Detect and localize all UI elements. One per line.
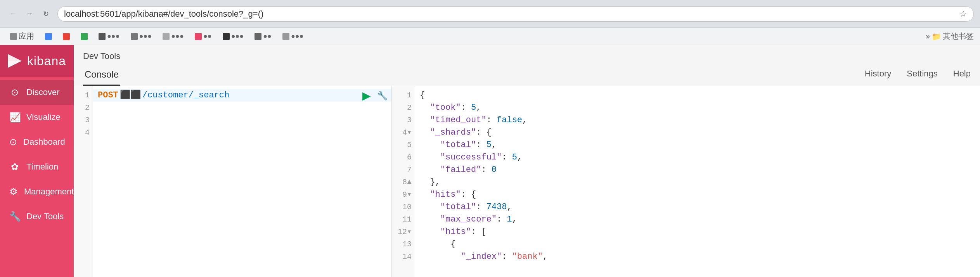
bookmark-10[interactable]: ●●● (279, 31, 308, 42)
sidebar-item-management-label: Management (24, 187, 74, 197)
devtools-icon: 🔧 (9, 211, 20, 222)
sidebar-item-discover[interactable]: ⊙ Discover (0, 80, 74, 105)
sidebar-item-devtools[interactable]: 🔧 Dev Tools (0, 204, 74, 229)
resp-line-num-2: 2 (392, 102, 415, 114)
devtools-tabs: Console History Settings Help (83, 64, 971, 86)
address-text: localhost:5601/app/kibana#/dev_tools/con… (64, 9, 956, 19)
devtools-title: Dev Tools (83, 51, 971, 61)
resp-line-6: "successful": 5, (415, 151, 980, 164)
bookmark-2[interactable] (59, 31, 74, 42)
sidebar-item-dashboard-label: Dashboard (23, 137, 65, 147)
app-layout: kibana ⊙ Discover 📈 Visualize ⊙ Dashboar… (0, 45, 980, 277)
sidebar-item-management[interactable]: ⚙ Management (0, 179, 74, 204)
resp-line-14: "_index": "bank", (415, 251, 980, 263)
resp-line-num-1: 1 (392, 89, 415, 102)
bookmark-4[interactable]: ●●● (95, 31, 124, 42)
sidebar-item-timelion[interactable]: ✿ Timelion (0, 154, 74, 179)
resp-line-12: "hits": [ (415, 226, 980, 238)
help-button[interactable]: Help (953, 69, 971, 79)
resp-line-9: "hits": { (415, 189, 980, 201)
sidebar-item-devtools-label: Dev Tools (26, 211, 64, 222)
settings-button[interactable]: Settings (907, 69, 938, 79)
bookmark-5[interactable]: ●●● (127, 31, 156, 42)
editor-line-4 (93, 126, 391, 139)
sidebar-item-discover-label: Discover (26, 87, 60, 97)
resp-line-num-6: 6 (392, 151, 415, 164)
overflow-icon: » (926, 32, 930, 41)
svg-marker-1 (8, 61, 22, 68)
visualize-icon: 📈 (9, 112, 20, 123)
main-content: Dev Tools Console History Settings Help … (74, 45, 980, 277)
discover-icon: ⊙ (9, 87, 20, 98)
request-url: /customer/_search (142, 88, 229, 102)
resp-line-1: { (415, 89, 980, 102)
editor-panel: 1 2 3 4 POST ⬛⬛ /customer/_search ▶ 🔧 (74, 86, 392, 277)
management-icon: ⚙ (9, 186, 18, 197)
resp-line-4: "_shards": { (415, 126, 980, 139)
bookmark-9[interactable]: ●● (251, 31, 275, 42)
apps-favicon (10, 33, 17, 40)
resp-line-num-10: 10 (392, 201, 415, 213)
bookmark-3[interactable] (77, 31, 92, 42)
editor-line-3 (93, 114, 391, 126)
http-method: POST (98, 88, 118, 102)
editor-line-1: POST ⬛⬛ /customer/_search ▶ 🔧 (93, 89, 391, 102)
response-panel: 1 2 3 4▾ 5 6 7 8▲ 9▾ 10 11 12▾ 13 14 { (392, 86, 980, 277)
history-button[interactable]: History (865, 69, 891, 79)
line-num-3: 3 (74, 114, 93, 126)
dashboard-icon: ⊙ (9, 137, 17, 147)
refresh-button[interactable]: ↻ (39, 7, 53, 21)
forward-button[interactable]: → (23, 7, 36, 21)
response-lines: { "took": 5, "timed_out": false, "_shard… (415, 86, 980, 277)
folder-icon: 📁 (932, 32, 941, 41)
sidebar-item-visualize-label: Visualize (26, 112, 61, 122)
response-line-numbers: 1 2 3 4▾ 5 6 7 8▲ 9▾ 10 11 12▾ 13 14 (392, 86, 415, 277)
sidebar-nav: ⊙ Discover 📈 Visualize ⊙ Dashboard ✿ Tim… (0, 77, 74, 277)
kibana-logo-icon (8, 52, 22, 70)
resp-line-num-8: 8▲ (392, 176, 415, 189)
resp-line-num-7: 7 (392, 164, 415, 176)
resp-line-num-9: 9▾ (392, 189, 415, 201)
url-separator: ⬛⬛ (120, 88, 141, 102)
editor-line-numbers: 1 2 3 4 (74, 86, 93, 277)
bookmark-8[interactable]: ●●● (219, 31, 248, 42)
run-button[interactable]: ▶ (362, 89, 371, 102)
bookmark-7[interactable]: ●● (191, 31, 216, 42)
bookmark-1[interactable] (41, 31, 56, 42)
resp-line-13: { (415, 238, 980, 251)
bookmark-apps[interactable]: 应用 (6, 29, 38, 43)
resp-line-num-4: 4▾ (392, 126, 415, 139)
kibana-wordmark: kibana (27, 54, 66, 68)
sidebar-item-dashboard[interactable]: ⊙ Dashboard (0, 130, 74, 154)
editor-line-2 (93, 102, 391, 114)
bookmark-6[interactable]: ●●● (159, 31, 188, 42)
sidebar-item-visualize[interactable]: 📈 Visualize (0, 105, 74, 130)
resp-line-num-5: 5 (392, 139, 415, 151)
resp-line-num-12: 12▾ (392, 226, 415, 238)
resp-line-11: "max_score": 1, (415, 213, 980, 226)
apps-label: 应用 (19, 31, 34, 42)
bookmarks-bar: 应用 ●●● ●●● ●●● ●● ●●● ●● ●●● » 📁 其他书签 (0, 28, 980, 45)
resp-line-2: "took": 5, (415, 102, 980, 114)
tab-console-label: Console (85, 69, 119, 80)
console-split: 1 2 3 4 POST ⬛⬛ /customer/_search ▶ 🔧 (74, 86, 980, 277)
tab-console[interactable]: Console (83, 64, 120, 86)
bookmarks-overflow[interactable]: » 📁 其他书签 (926, 31, 974, 42)
editor-content[interactable]: 1 2 3 4 POST ⬛⬛ /customer/_search ▶ 🔧 (74, 86, 391, 277)
resp-line-3: "timed_out": false, (415, 114, 980, 126)
resp-line-num-14: 14 (392, 251, 415, 263)
bookmark-star[interactable]: ☆ (959, 9, 967, 19)
line-num-2: 2 (74, 102, 93, 114)
devtools-header: Dev Tools Console History Settings Help (74, 45, 980, 86)
editor-lines[interactable]: POST ⬛⬛ /customer/_search ▶ 🔧 (93, 86, 391, 277)
resp-line-num-3: 3 (392, 114, 415, 126)
timelion-icon: ✿ (9, 161, 20, 172)
resp-line-8: }, (415, 176, 980, 189)
wrench-button[interactable]: 🔧 (377, 91, 388, 101)
browser-chrome: ← → ↻ localhost:5601/app/kibana#/dev_too… (0, 0, 980, 28)
sidebar-logo: kibana (0, 45, 74, 77)
line-num-1: 1 (74, 89, 93, 102)
back-button[interactable]: ← (6, 7, 20, 21)
address-bar[interactable]: localhost:5601/app/kibana#/dev_tools/con… (57, 6, 974, 22)
line-num-4: 4 (74, 126, 93, 139)
